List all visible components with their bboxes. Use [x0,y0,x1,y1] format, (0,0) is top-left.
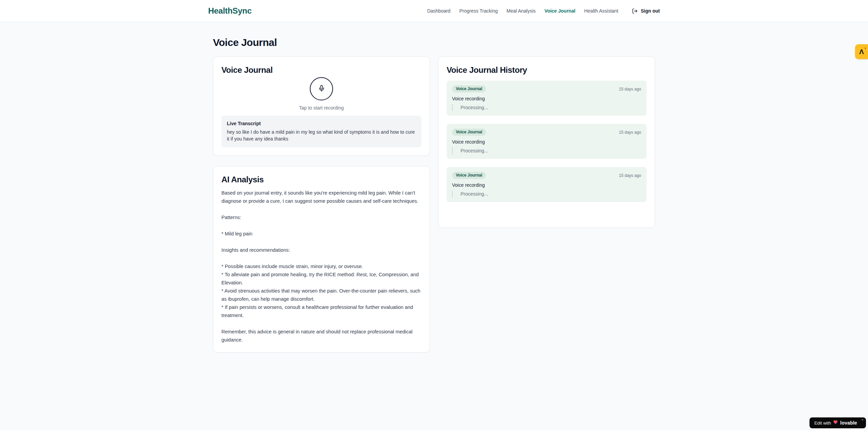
entry-status: Processing... [452,104,641,111]
history-list: Voice Journal 15 days ago Voice recordin… [447,81,647,202]
history-card-title: Voice Journal History [447,65,647,75]
header-inner: HealthSync Dashboard Progress Tracking M… [208,0,660,22]
ai-analysis-card-title: AI Analysis [221,175,421,185]
entry-type-badge: Voice Journal [452,85,486,93]
history-entry-header: Voice Journal 15 days ago [452,172,641,179]
edit-with-lovable-badge[interactable]: Edit with lovable × [809,417,866,428]
live-transcript-box: Live Transcript hey so like I do have a … [221,116,421,147]
side-tab-button[interactable]: Λ [855,44,868,59]
entry-timestamp: 15 days ago [619,87,641,92]
left-column: Voice Journal Tap to start recording [213,56,430,352]
nav-item-voice-journal[interactable]: Voice Journal [545,8,575,14]
lovable-tab-icon: Λ [859,48,864,55]
voice-journal-history-card: Voice Journal History Voice Journal 15 d… [438,56,655,228]
record-button[interactable] [310,77,333,100]
primary-nav: Dashboard Progress Tracking Meal Analysi… [427,8,660,14]
live-transcript-label: Live Transcript [227,121,416,126]
edit-with-label: Edit with [814,420,831,426]
microphone-icon [318,85,325,93]
entry-timestamp: 15 days ago [619,130,641,135]
app-header: HealthSync Dashboard Progress Tracking M… [0,0,868,22]
main-content: Voice Journal Voice Journal [213,22,655,352]
nav-item-meal-analysis[interactable]: Meal Analysis [506,8,536,14]
lovable-brand-label: lovable [840,420,857,426]
history-entry-header: Voice Journal 15 days ago [452,85,641,93]
voice-journal-card-title: Voice Journal [221,65,421,75]
history-entry[interactable]: Voice Journal 15 days ago Voice recordin… [447,124,647,159]
app-logo[interactable]: HealthSync [208,6,252,16]
entry-description: Voice recording [452,96,641,101]
tap-to-record-hint: Tap to start recording [221,105,421,111]
history-entry[interactable]: Voice Journal 15 days ago Voice recordin… [447,81,647,116]
entry-description: Voice recording [452,182,641,188]
page-title: Voice Journal [213,37,655,48]
content-grid: Voice Journal Tap to start recording [213,56,655,352]
entry-status: Processing... [452,147,641,154]
log-out-icon [632,8,638,14]
entry-type-badge: Voice Journal [452,172,486,179]
nav-item-health-assistant[interactable]: Health Assistant [584,8,618,14]
entry-status: Processing... [452,191,641,197]
recorder-area: Tap to start recording [221,77,421,111]
live-transcript-text: hey so like I do have a mild pain in my … [227,129,416,142]
close-icon[interactable]: × [862,418,864,422]
entry-timestamp: 15 days ago [619,173,641,178]
sign-out-label: Sign out [641,8,660,14]
heart-icon [833,420,838,426]
entry-type-badge: Voice Journal [452,129,486,136]
ai-analysis-card: AI Analysis Based on your journal entry,… [213,166,430,352]
entry-description: Voice recording [452,139,641,145]
voice-journal-card: Voice Journal Tap to start recording [213,56,430,156]
ai-analysis-text: Based on your journal entry, it sounds l… [221,189,421,344]
history-entry-header: Voice Journal 15 days ago [452,129,641,136]
nav-item-progress-tracking[interactable]: Progress Tracking [459,8,498,14]
nav-item-dashboard[interactable]: Dashboard [427,8,451,14]
history-entry[interactable]: Voice Journal 15 days ago Voice recordin… [447,167,647,202]
sign-out-button[interactable]: Sign out [632,8,660,14]
